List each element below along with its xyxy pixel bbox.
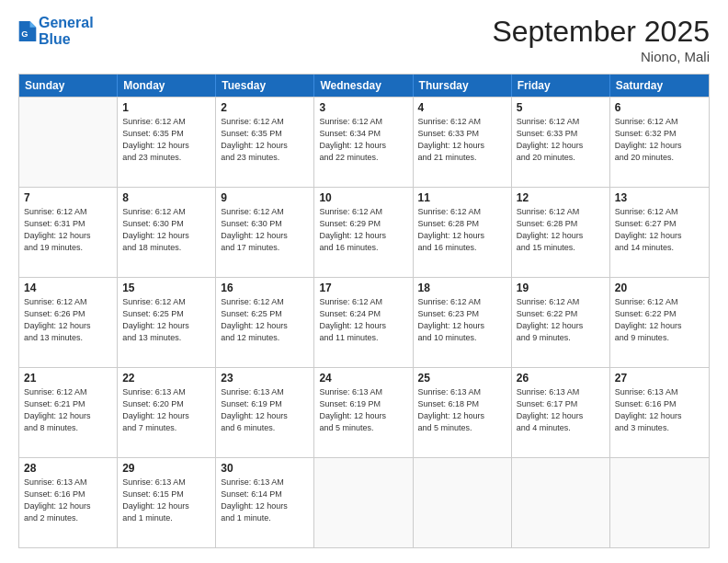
cell-day-number: 18 <box>418 282 506 294</box>
cell-info: Sunrise: 6:13 AM Sunset: 6:14 PM Dayligh… <box>221 477 309 524</box>
cell-info: Sunrise: 6:13 AM Sunset: 6:16 PM Dayligh… <box>24 477 112 524</box>
cal-cell: 27Sunrise: 6:13 AM Sunset: 6:16 PM Dayli… <box>610 368 709 457</box>
calendar-body: 1Sunrise: 6:12 AM Sunset: 6:35 PM Daylig… <box>19 97 709 547</box>
cell-day-number: 26 <box>517 372 605 385</box>
cell-day-number: 21 <box>24 372 112 385</box>
cell-day-number: 9 <box>221 191 309 204</box>
title-block: September 2025 Niono, Mali <box>492 15 710 64</box>
cal-cell: 4Sunrise: 6:12 AM Sunset: 6:33 PM Daylig… <box>414 98 512 187</box>
cell-info: Sunrise: 6:12 AM Sunset: 6:23 PM Dayligh… <box>418 296 506 344</box>
cal-cell: 30Sunrise: 6:13 AM Sunset: 6:14 PM Dayli… <box>216 458 314 547</box>
cell-day-number: 15 <box>122 282 210 294</box>
cal-cell: 29Sunrise: 6:13 AM Sunset: 6:15 PM Dayli… <box>118 458 216 547</box>
cell-day-number: 22 <box>122 372 210 385</box>
cal-cell: 2Sunrise: 6:12 AM Sunset: 6:35 PM Daylig… <box>216 98 314 187</box>
cell-day-number: 24 <box>319 372 407 385</box>
svg-text:G: G <box>21 29 28 39</box>
cell-info: Sunrise: 6:12 AM Sunset: 6:27 PM Dayligh… <box>615 206 704 254</box>
cell-info: Sunrise: 6:12 AM Sunset: 6:33 PM Dayligh… <box>418 116 506 164</box>
cell-day-number: 1 <box>122 101 210 114</box>
calendar: SundayMondayTuesdayWednesdayThursdayFrid… <box>18 74 710 548</box>
cal-cell <box>512 458 610 547</box>
cal-cell: 12Sunrise: 6:12 AM Sunset: 6:28 PM Dayli… <box>512 188 610 277</box>
cell-day-number: 17 <box>319 282 407 294</box>
cal-cell: 10Sunrise: 6:12 AM Sunset: 6:29 PM Dayli… <box>314 188 413 277</box>
cell-info: Sunrise: 6:12 AM Sunset: 6:25 PM Dayligh… <box>122 296 210 344</box>
cal-cell: 23Sunrise: 6:13 AM Sunset: 6:19 PM Dayli… <box>216 368 314 457</box>
cal-cell <box>19 98 118 187</box>
cal-cell: 7Sunrise: 6:12 AM Sunset: 6:31 PM Daylig… <box>19 188 118 277</box>
cell-day-number: 20 <box>615 282 704 294</box>
cell-info: Sunrise: 6:13 AM Sunset: 6:17 PM Dayligh… <box>517 386 605 434</box>
cell-day-number: 12 <box>517 191 605 204</box>
cell-day-number: 27 <box>615 372 704 385</box>
header-day-sunday: Sunday <box>19 75 118 97</box>
cell-info: Sunrise: 6:13 AM Sunset: 6:16 PM Dayligh… <box>615 386 704 434</box>
cell-info: Sunrise: 6:13 AM Sunset: 6:15 PM Dayligh… <box>122 477 210 524</box>
cal-cell <box>414 458 512 547</box>
cell-day-number: 14 <box>24 282 112 294</box>
cal-cell: 22Sunrise: 6:13 AM Sunset: 6:20 PM Dayli… <box>118 368 216 457</box>
cal-cell: 25Sunrise: 6:13 AM Sunset: 6:18 PM Dayli… <box>414 368 512 457</box>
cell-info: Sunrise: 6:12 AM Sunset: 6:29 PM Dayligh… <box>319 206 407 254</box>
cell-info: Sunrise: 6:13 AM Sunset: 6:20 PM Dayligh… <box>122 386 210 434</box>
cell-info: Sunrise: 6:13 AM Sunset: 6:18 PM Dayligh… <box>418 386 506 434</box>
cell-day-number: 30 <box>221 462 309 475</box>
cell-day-number: 11 <box>418 191 506 204</box>
cell-day-number: 10 <box>319 191 407 204</box>
cal-cell: 15Sunrise: 6:12 AM Sunset: 6:25 PM Dayli… <box>118 278 216 367</box>
cell-day-number: 2 <box>221 101 309 114</box>
cell-info: Sunrise: 6:12 AM Sunset: 6:21 PM Dayligh… <box>24 386 112 434</box>
cal-row-3: 21Sunrise: 6:12 AM Sunset: 6:21 PM Dayli… <box>19 367 709 457</box>
header-day-wednesday: Wednesday <box>314 75 413 97</box>
cal-cell: 5Sunrise: 6:12 AM Sunset: 6:33 PM Daylig… <box>512 98 610 187</box>
cal-cell: 20Sunrise: 6:12 AM Sunset: 6:22 PM Dayli… <box>610 278 709 367</box>
cell-info: Sunrise: 6:12 AM Sunset: 6:32 PM Dayligh… <box>615 116 704 164</box>
cal-cell: 11Sunrise: 6:12 AM Sunset: 6:28 PM Dayli… <box>414 188 512 277</box>
cell-day-number: 5 <box>517 101 605 114</box>
cell-day-number: 8 <box>122 191 210 204</box>
cell-info: Sunrise: 6:12 AM Sunset: 6:33 PM Dayligh… <box>517 116 605 164</box>
cell-day-number: 19 <box>517 282 605 294</box>
cal-cell: 1Sunrise: 6:12 AM Sunset: 6:35 PM Daylig… <box>118 98 216 187</box>
cal-cell: 19Sunrise: 6:12 AM Sunset: 6:22 PM Dayli… <box>512 278 610 367</box>
location: Niono, Mali <box>492 49 710 64</box>
month-title: September 2025 <box>492 15 710 49</box>
cell-info: Sunrise: 6:12 AM Sunset: 6:35 PM Dayligh… <box>221 116 309 164</box>
logo-icon: G <box>18 21 37 41</box>
cell-day-number: 3 <box>319 101 407 114</box>
cal-cell: 24Sunrise: 6:13 AM Sunset: 6:19 PM Dayli… <box>314 368 413 457</box>
cell-info: Sunrise: 6:12 AM Sunset: 6:30 PM Dayligh… <box>221 206 309 254</box>
cell-info: Sunrise: 6:12 AM Sunset: 6:28 PM Dayligh… <box>517 206 605 254</box>
cell-info: Sunrise: 6:13 AM Sunset: 6:19 PM Dayligh… <box>319 386 407 434</box>
svg-marker-1 <box>30 21 37 28</box>
cal-row-2: 14Sunrise: 6:12 AM Sunset: 6:26 PM Dayli… <box>19 277 709 367</box>
header-day-tuesday: Tuesday <box>216 75 314 97</box>
cell-info: Sunrise: 6:12 AM Sunset: 6:34 PM Dayligh… <box>319 116 407 164</box>
cell-info: Sunrise: 6:12 AM Sunset: 6:31 PM Dayligh… <box>24 206 112 254</box>
header-day-monday: Monday <box>118 75 216 97</box>
cell-info: Sunrise: 6:12 AM Sunset: 6:30 PM Dayligh… <box>122 206 210 254</box>
cell-info: Sunrise: 6:12 AM Sunset: 6:22 PM Dayligh… <box>517 296 605 344</box>
cell-day-number: 4 <box>418 101 506 114</box>
cal-row-0: 1Sunrise: 6:12 AM Sunset: 6:35 PM Daylig… <box>19 97 709 187</box>
cell-day-number: 7 <box>24 191 112 204</box>
header: G General Blue September 2025 Niono, Mal… <box>18 15 710 64</box>
cal-cell: 13Sunrise: 6:12 AM Sunset: 6:27 PM Dayli… <box>610 188 709 277</box>
cal-cell: 3Sunrise: 6:12 AM Sunset: 6:34 PM Daylig… <box>314 98 413 187</box>
header-day-saturday: Saturday <box>610 75 709 97</box>
cal-row-4: 28Sunrise: 6:13 AM Sunset: 6:16 PM Dayli… <box>19 457 709 547</box>
cell-day-number: 25 <box>418 372 506 385</box>
page: G General Blue September 2025 Niono, Mal… <box>0 0 728 563</box>
cell-info: Sunrise: 6:12 AM Sunset: 6:35 PM Dayligh… <box>122 116 210 164</box>
cell-info: Sunrise: 6:12 AM Sunset: 6:24 PM Dayligh… <box>319 296 407 344</box>
cal-row-1: 7Sunrise: 6:12 AM Sunset: 6:31 PM Daylig… <box>19 187 709 277</box>
cal-cell: 6Sunrise: 6:12 AM Sunset: 6:32 PM Daylig… <box>610 98 709 187</box>
cell-info: Sunrise: 6:12 AM Sunset: 6:22 PM Dayligh… <box>615 296 704 344</box>
logo-text: General Blue <box>39 15 94 47</box>
calendar-header: SundayMondayTuesdayWednesdayThursdayFrid… <box>19 75 709 97</box>
header-day-friday: Friday <box>512 75 610 97</box>
cell-info: Sunrise: 6:13 AM Sunset: 6:19 PM Dayligh… <box>221 386 309 434</box>
cell-info: Sunrise: 6:12 AM Sunset: 6:26 PM Dayligh… <box>24 296 112 344</box>
cell-info: Sunrise: 6:12 AM Sunset: 6:25 PM Dayligh… <box>221 296 309 344</box>
